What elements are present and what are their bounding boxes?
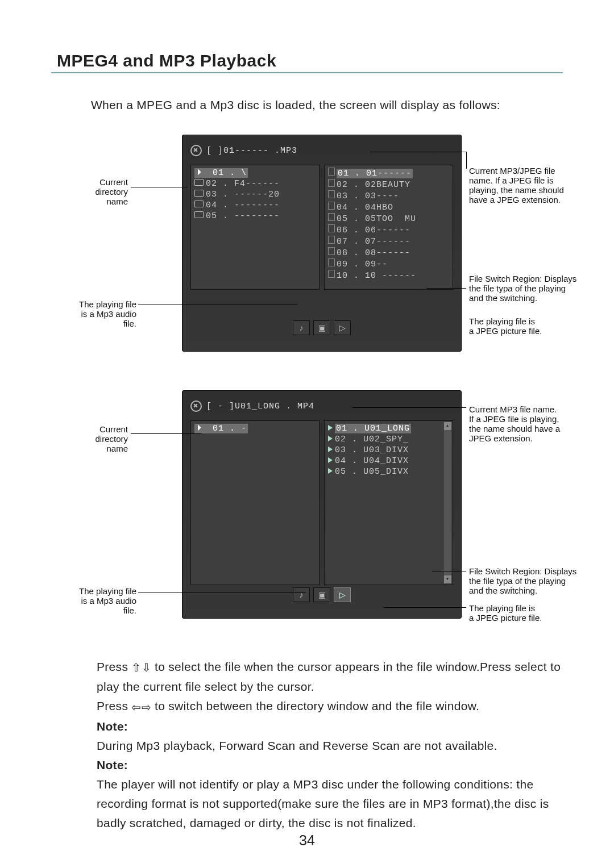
title-rule [51,72,563,73]
directory-pane[interactable]: 🞂 01 . \ 02 . F4------ 03 . ------20 04 … [190,165,320,290]
callout-current-directory: Current directory name [65,424,128,453]
callout-file-switch: File Switch Region: Displays the file ty… [469,566,614,595]
file-switch-region[interactable]: ♪ ▣ ▷ [293,320,351,335]
file-pane[interactable]: 01 . 01------ 02 . 02BEAUTY 03 . 03---- … [324,165,453,290]
page-title: MPEG4 and MP3 Playback [57,51,580,70]
note-2: The player will not identify or play a M… [97,778,549,829]
note-label: Note: [97,758,128,771]
left-right-arrow-icon: ⇦⇨ [131,698,151,717]
scroll-down-icon[interactable]: ▾ [444,575,451,583]
current-file-name: [ ]01------ .MP3 [206,146,297,156]
picture-mode-button[interactable]: ▣ [313,587,330,602]
callout-current-filename: Current MP3 file name. If a JPEG file is… [469,404,611,443]
screenshot-2: [ - ]U01_LONG . MP4 🞂 01 . - 01 . U01_LO… [34,390,580,635]
close-icon [190,145,202,156]
screenshot-1: [ ]01------ .MP3 🞂 01 . \ 02 . F4------ … [34,135,580,368]
file-switch-region[interactable]: ♪ ▣ ▷ [293,587,351,602]
play-mode-button[interactable]: ▷ [334,587,351,602]
directory-pane[interactable]: 🞂 01 . - [190,420,320,585]
scrollbar[interactable]: ▴ ▾ [444,422,451,583]
scroll-up-icon[interactable]: ▴ [444,422,451,430]
callout-playing-audio: The playing file is a Mp3 audio file. [48,586,136,615]
callout-playing-jpeg: The playing file is a JPEG picture file. [469,603,614,623]
audio-mode-button[interactable]: ♪ [293,320,310,335]
current-file-name: [ - ]U01_LONG . MP4 [206,402,314,411]
instructions: Press ⇧⇩ to select the file when the cur… [97,657,563,833]
note-label: Note: [97,720,128,733]
intro-text: When a MPEG and a Mp3 disc is loaded, th… [91,98,580,112]
player-header: [ ]01------ .MP3 [190,143,453,158]
callout-current-directory: Current directory name [65,177,128,206]
callout-playing-audio: The playing file is a Mp3 audio file. [48,299,136,328]
audio-mode-button[interactable]: ♪ [293,587,310,602]
close-icon [190,400,202,412]
callout-file-switch: File Switch Region: Displays the file ty… [469,274,614,303]
page-number: 34 [0,832,614,849]
up-down-arrow-icon: ⇧⇩ [131,658,151,677]
picture-mode-button[interactable]: ▣ [313,320,330,335]
file-pane[interactable]: 01 . U01_LONG 02 . U02_SPY_ 03 . U03_DIV… [324,420,453,585]
player-header: [ - ]U01_LONG . MP4 [190,399,453,414]
play-mode-button[interactable]: ▷ [334,320,351,335]
callout-current-filename: Current MP3/JPEG file name. If a JPEG fi… [469,166,614,205]
callout-playing-jpeg: The playing file is a JPEG picture file. [469,316,614,336]
note-1: During Mp3 playback, Forward Scan and Re… [97,739,497,752]
